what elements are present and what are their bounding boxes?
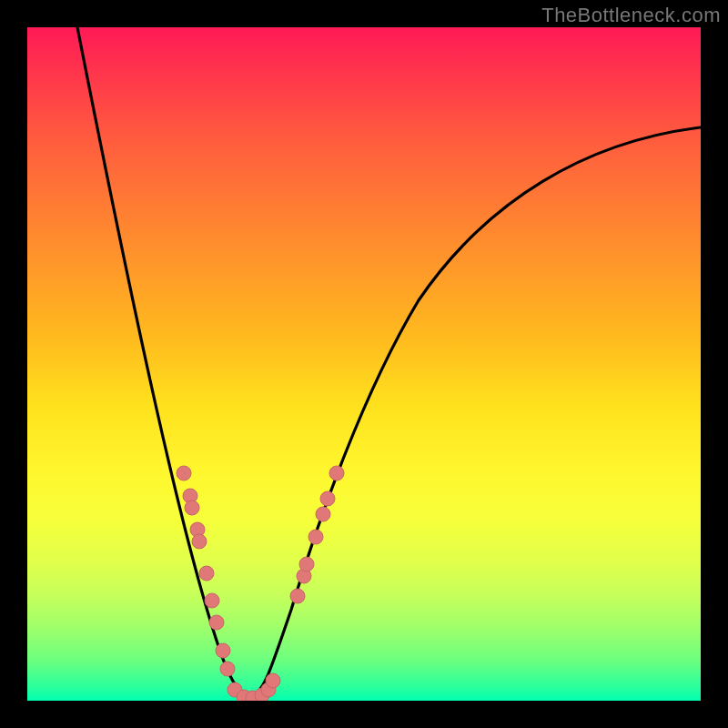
chart-svg: [27, 27, 701, 701]
data-dot: [329, 466, 344, 480]
data-dots: [177, 466, 344, 701]
data-dot: [177, 466, 191, 480]
data-dot: [316, 507, 330, 521]
bottleneck-curve: [77, 27, 701, 697]
data-dot: [290, 589, 305, 603]
data-dot: [266, 673, 280, 688]
data-dot: [199, 566, 214, 581]
watermark-text: TheBottleneck.com: [541, 4, 721, 27]
data-dot: [205, 593, 219, 608]
plot-area: [27, 27, 701, 701]
data-dot: [320, 491, 335, 506]
chart-frame: TheBottleneck.com: [0, 0, 728, 728]
data-dot: [308, 530, 323, 544]
data-dot: [220, 662, 235, 676]
data-dot: [209, 615, 224, 630]
data-dot: [185, 500, 199, 515]
data-dot: [216, 643, 230, 658]
data-dot: [192, 534, 207, 549]
data-dot: [299, 557, 314, 571]
